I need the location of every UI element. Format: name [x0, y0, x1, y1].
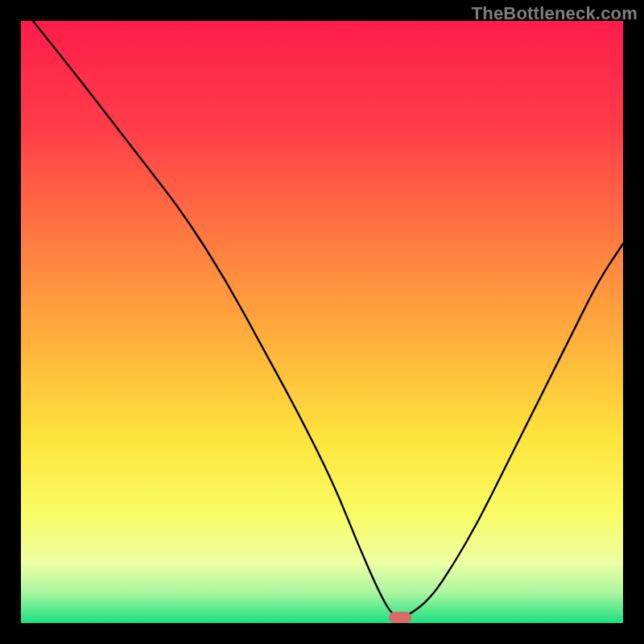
- watermark-text: TheBottleneck.com: [472, 3, 638, 24]
- optimal-marker: [389, 612, 411, 623]
- chart-root: { "watermark": "TheBottleneck.com", "cha…: [0, 0, 644, 644]
- plot-area: [21, 21, 623, 623]
- bottleneck-curve: [21, 21, 623, 623]
